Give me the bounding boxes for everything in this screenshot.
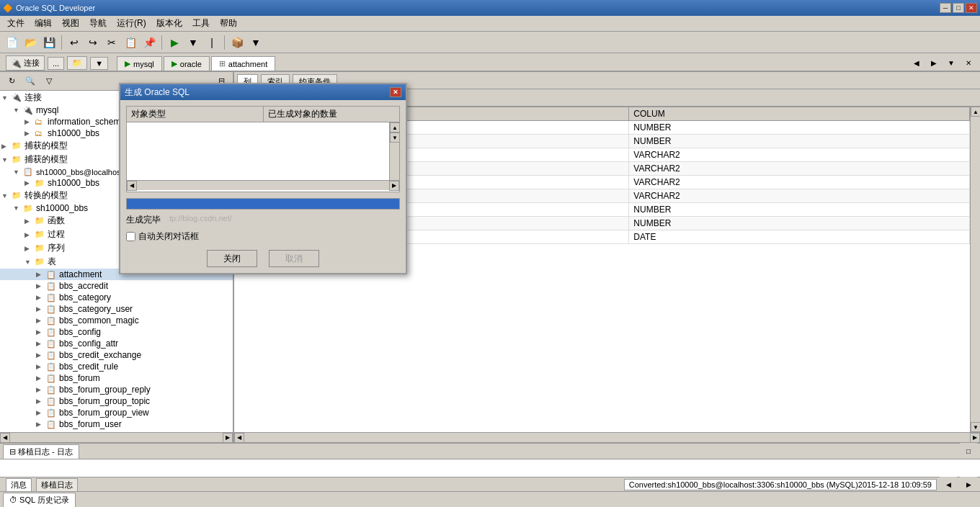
connection-selector[interactable]: ▼ <box>90 57 108 70</box>
convert-model-toggle: ▼ <box>1 192 12 199</box>
modal-scroll-up[interactable]: ▲ <box>390 122 400 133</box>
modal-scroll-down[interactable]: ▼ <box>390 133 400 143</box>
scroll-down[interactable]: ▼ <box>971 422 980 432</box>
menu-version[interactable]: 版本化 <box>152 16 187 31</box>
bottom-tab-migrate-log[interactable]: ⊟ 移植日志 - 日志 <box>3 444 79 459</box>
bottom-maximize[interactable]: □ <box>960 443 977 459</box>
modal-v-scrollbar[interactable]: ▲ ▼ <box>389 122 399 180</box>
minimize-button[interactable]: ─ <box>940 3 951 13</box>
tree-bbs-credit-rule[interactable]: ▶ 📋 bbs_credit_rule <box>0 361 233 372</box>
tree-bbs-forum-user[interactable]: ▶ 📋 bbs_forum_user <box>0 418 233 430</box>
left-filter[interactable]: ▽ <box>40 73 58 89</box>
tree-bbs-forum[interactable]: ▶ 📋 bbs_forum <box>0 372 233 384</box>
connections-toggle: ▼ <box>1 94 12 102</box>
bbs-credit-exchange-toggle: ▶ <box>36 351 46 359</box>
tree-bbs-config[interactable]: ▶ 📋 bbs_config <box>0 326 233 338</box>
tree-bbs-accredit[interactable]: ▶ 📋 bbs_accredit <box>0 280 233 292</box>
toolbar-new[interactable]: 📄 <box>3 35 20 50</box>
status-tab-message[interactable]: 消息 <box>6 478 32 491</box>
left-h-scrollbar[interactable]: ◀ ▶ <box>0 432 233 442</box>
modal-h-scroll-left[interactable]: ◀ <box>127 181 137 191</box>
menu-file[interactable]: 文件 <box>3 16 29 31</box>
col-type-is-pictrue: NUMBER <box>629 217 970 230</box>
modal-close-dialog-button[interactable]: 关闭 <box>207 250 257 267</box>
menu-view[interactable]: 视图 <box>58 16 84 31</box>
close-button[interactable]: ✕ <box>966 3 977 13</box>
tab-close-all[interactable]: ✕ <box>960 55 977 71</box>
sql-history-tab[interactable]: ⏱ SQL 历史记录 <box>3 493 76 507</box>
left-refresh[interactable]: ↻ <box>3 73 20 89</box>
maximize-button[interactable]: □ <box>953 3 964 13</box>
tab-attachment[interactable]: ⊞ attachment <box>211 56 275 71</box>
tab-bar: 🔌 连接 ... 📁 ▼ ▶ mysql ▶ oracle ⊞ attachme… <box>0 53 980 72</box>
toolbar-redo[interactable]: ↪ <box>84 35 102 50</box>
status-tab-migrate-log[interactable]: 移植日志 <box>36 478 78 491</box>
toolbar-migrate[interactable]: 📦 <box>228 35 246 50</box>
tab-menu[interactable]: ▼ <box>943 55 960 71</box>
left-search[interactable]: 🔍 <box>22 73 39 89</box>
bbs-config-attr-toggle: ▶ <box>36 340 46 347</box>
modal-close-button[interactable]: ✕ <box>390 87 401 97</box>
h-scroll-right[interactable]: ▶ <box>970 433 980 443</box>
mysql-label: mysql <box>36 105 58 115</box>
sequences-toggle: ▶ <box>24 245 35 252</box>
tree-bbs-category-user[interactable]: ▶ 📋 bbs_category_user <box>0 303 233 315</box>
toolbar-paste[interactable]: 📌 <box>141 35 158 50</box>
toolbar-copy[interactable]: 📋 <box>122 35 139 50</box>
procedures-icon: 📁 <box>35 230 46 239</box>
toolbar-run-dropdown[interactable]: ▼ <box>184 35 202 50</box>
tab-scroll-left[interactable]: ◀ <box>908 55 925 71</box>
tab-oracle[interactable]: ▶ oracle <box>164 56 210 71</box>
scroll-up[interactable]: ▲ <box>971 107 980 117</box>
menu-help[interactable]: 帮助 <box>215 16 241 31</box>
toolbar-run[interactable]: ▶ <box>166 35 183 50</box>
sequences-icon: 📁 <box>35 243 46 253</box>
bbs-credit-rule-toggle: ▶ <box>36 363 46 370</box>
toolbar-open[interactable]: 📂 <box>22 35 39 50</box>
left-scroll-left[interactable]: ◀ <box>0 433 10 443</box>
tree-bbs-forum-group-view[interactable]: ▶ 📋 bbs_forum_group_view <box>0 407 233 418</box>
modal-cancel-button[interactable]: 取消 <box>269 250 319 267</box>
modal-h-scrollbar[interactable]: ◀ ▶ <box>127 180 399 190</box>
toolbar-migrate-dd[interactable]: ▼ <box>247 35 264 50</box>
menu-edit[interactable]: 编辑 <box>30 16 56 31</box>
new-connection-button[interactable]: ... <box>48 57 64 70</box>
menu-tools[interactable]: 工具 <box>188 16 214 31</box>
bbs-config-attr-label: bbs_config_attr <box>59 338 118 349</box>
status-scroll-left[interactable]: ◀ <box>940 477 957 493</box>
modal-progress-bar <box>126 198 400 210</box>
toolbar-cut[interactable]: ✂ <box>103 35 120 50</box>
tab-scroll-right[interactable]: ▶ <box>925 55 943 71</box>
menu-run[interactable]: 运行(R) <box>112 16 151 31</box>
toolbar-run2[interactable]: | <box>203 35 220 50</box>
bbs-credit-exchange-icon: 📋 <box>46 351 58 360</box>
toolbar-save[interactable]: 💾 <box>40 35 58 50</box>
bbs-forum-group-topic-toggle: ▶ <box>36 398 46 405</box>
tab-mysql[interactable]: ▶ mysql <box>117 56 162 71</box>
tree-bbs-config-attr[interactable]: ▶ 📋 bbs_config_attr <box>0 338 233 349</box>
tree-bbs-credit-exchange[interactable]: ▶ 📋 bbs_credit_exchange <box>0 349 233 361</box>
h-scroll-left[interactable]: ◀ <box>234 433 244 443</box>
capture-model-label: 捕获的模型 <box>24 140 68 152</box>
toolbar-undo[interactable]: ↩ <box>66 35 83 50</box>
right-h-scrollbar[interactable]: ◀ ▶ <box>234 432 980 442</box>
modal-h-scroll-right[interactable]: ▶ <box>389 181 399 191</box>
left-scroll-right[interactable]: ▶ <box>223 433 233 443</box>
folder-button[interactable]: 📁 <box>67 56 87 70</box>
auto-close-checkbox[interactable] <box>126 232 135 241</box>
connection-button[interactable]: 🔌 连接 <box>6 55 45 71</box>
menu-navigate[interactable]: 导航 <box>85 16 111 31</box>
tree-bbs-forum-group-reply[interactable]: ▶ 📋 bbs_forum_group_reply <box>0 384 233 395</box>
status-bar-text: Converted:sh10000_bbs@localhost:3306:sh1… <box>624 479 937 490</box>
app-icon: 🔶 <box>3 4 13 13</box>
tree-bbs-forum-group-topic[interactable]: ▶ 📋 bbs_forum_group_topic <box>0 395 233 407</box>
bbs-forum-icon: 📋 <box>46 374 58 383</box>
modal-watermark: tp://blog.csdn.net/ <box>169 214 232 223</box>
status-scroll-right[interactable]: ▶ <box>960 477 977 493</box>
tree-bbs-category[interactable]: ▶ 📋 bbs_category <box>0 292 233 303</box>
convert-sh10000-icon: 📁 <box>23 204 35 213</box>
title-bar: 🔶 Oracle SQL Developer ─ □ ✕ <box>0 0 980 16</box>
tree-bbs-common-magic[interactable]: ▶ 📋 bbs_common_magic <box>0 315 233 326</box>
capture-model2-icon: 📁 <box>12 155 23 164</box>
right-v-scrollbar[interactable]: ▲ ▼ <box>970 107 980 432</box>
